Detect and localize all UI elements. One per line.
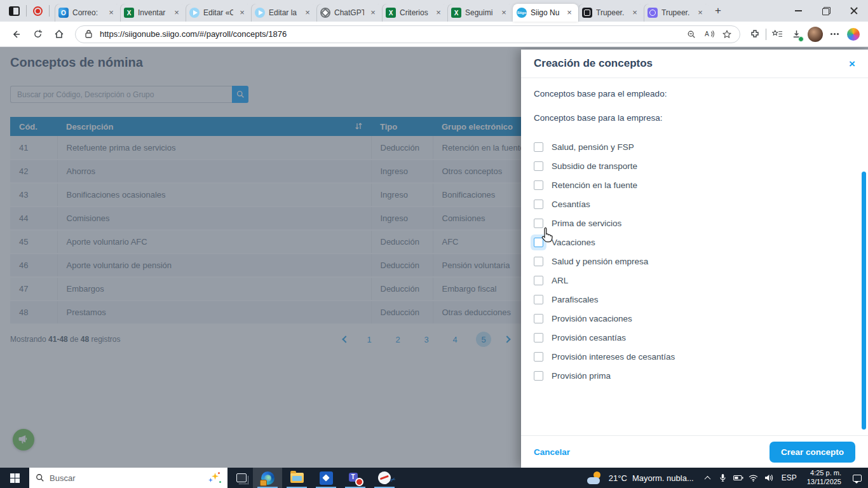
- downloads-icon[interactable]: [788, 26, 804, 43]
- tab-editar-2[interactable]: Editar la ×: [251, 4, 316, 22]
- search-icon: [36, 473, 44, 482]
- checkbox-item[interactable]: Parafiscales: [534, 290, 855, 309]
- tab-criterios[interactable]: Criterios ×: [382, 4, 447, 22]
- taskbar-app-azure[interactable]: [311, 468, 341, 488]
- taskbar-clock[interactable]: 4:25 p. m. 13/11/2025: [802, 469, 846, 487]
- close-tab-icon[interactable]: ×: [172, 8, 182, 18]
- panel-scrollbar-thumb[interactable]: [862, 172, 866, 430]
- microphone-icon[interactable]: [715, 468, 731, 488]
- checkbox-item[interactable]: ARL: [534, 271, 855, 290]
- checkbox[interactable]: [534, 257, 543, 266]
- taskbar-app-teams[interactable]: [341, 468, 370, 488]
- tab-label: Criterios: [400, 8, 430, 17]
- tab-label: ChatGPT: [334, 8, 364, 17]
- tab-label: Seguimi: [465, 8, 495, 17]
- checkbox[interactable]: [534, 142, 543, 152]
- checkbox[interactable]: [534, 314, 543, 323]
- page-content: Conceptos de nómina Cód. Descripción: [0, 47, 868, 468]
- profile-avatar[interactable]: [807, 26, 824, 43]
- checkbox-item[interactable]: Provisión intereses de cesantías: [534, 347, 855, 366]
- favorites-list-icon[interactable]: [769, 26, 785, 43]
- close-tab-icon[interactable]: ×: [695, 8, 705, 18]
- checkbox-item[interactable]: Provisión vacaciones: [534, 309, 855, 328]
- checkbox[interactable]: [534, 200, 543, 209]
- notification-center-button[interactable]: [846, 468, 868, 488]
- checkbox-item[interactable]: Cesantías: [534, 194, 855, 214]
- close-tab-icon[interactable]: ×: [302, 8, 313, 18]
- close-tab-icon[interactable]: ×: [237, 8, 247, 18]
- checkbox-item[interactable]: Subsidio de transporte: [534, 156, 855, 175]
- checkbox[interactable]: [534, 180, 543, 190]
- recording-indicator-icon[interactable]: [33, 6, 43, 16]
- read-aloud-icon[interactable]: A: [703, 28, 715, 41]
- checkbox-item[interactable]: Provisión prima: [534, 366, 855, 385]
- tab-siigo-active[interactable]: Siigo Nu ×: [513, 4, 578, 22]
- taskbar-app-explorer[interactable]: [282, 468, 311, 488]
- close-tab-icon[interactable]: ×: [499, 8, 509, 18]
- tab-chatgpt[interactable]: ChatGPT ×: [316, 4, 382, 22]
- address-bar[interactable]: https://siigonube.siigo.com/#/payroll/co…: [75, 25, 740, 43]
- checkbox-item-vacaciones-hovered[interactable]: Vacaciones: [534, 233, 855, 252]
- lock-icon[interactable]: [82, 28, 95, 41]
- keyboard-language[interactable]: ESP: [776, 473, 802, 482]
- copilot-icon[interactable]: [845, 26, 862, 43]
- close-tab-icon[interactable]: ×: [564, 8, 574, 18]
- tab-label: Editar la: [269, 8, 299, 17]
- clock-date: 13/11/2025: [807, 478, 841, 485]
- checkbox-item[interactable]: Retención en la fuente: [534, 175, 855, 194]
- zoom-icon[interactable]: [685, 28, 698, 41]
- checkbox[interactable]: [534, 333, 543, 342]
- taskbar-weather[interactable]: 21°C Mayorm. nubla...: [581, 468, 700, 488]
- checkbox-item[interactable]: Salud, pensión y FSP: [534, 137, 855, 156]
- start-button[interactable]: [0, 468, 29, 488]
- close-tab-icon[interactable]: ×: [106, 8, 116, 18]
- back-button[interactable]: [6, 25, 25, 44]
- favorite-star-icon[interactable]: [721, 28, 733, 41]
- taskbar-app-edge[interactable]: [253, 468, 282, 488]
- cancel-button[interactable]: Cancelar: [534, 447, 570, 457]
- tray-chevron-icon[interactable]: [700, 468, 715, 488]
- close-tab-icon[interactable]: ×: [433, 8, 444, 18]
- battery-icon[interactable]: [731, 468, 746, 488]
- tab-inventario[interactable]: Inventar ×: [120, 4, 186, 22]
- extensions-icon[interactable]: [747, 26, 763, 43]
- close-tab-icon[interactable]: ×: [368, 8, 378, 18]
- checkbox[interactable]: [534, 352, 543, 362]
- new-tab-button[interactable]: +: [709, 2, 727, 20]
- excel-icon: [386, 8, 396, 18]
- taskbar-search-box[interactable]: [29, 468, 227, 488]
- checkbox-hovered[interactable]: [534, 238, 543, 247]
- refresh-button[interactable]: [28, 25, 47, 44]
- checkbox-item[interactable]: Prima de servicios: [534, 214, 855, 233]
- copilot-sparkle-icon[interactable]: [208, 471, 221, 484]
- tab-seguimiento[interactable]: Seguimi ×: [447, 4, 513, 22]
- checkbox[interactable]: [534, 161, 543, 171]
- video-editor-icon: [189, 8, 200, 18]
- tab-correo[interactable]: Correo: ×: [55, 4, 120, 22]
- url-text[interactable]: https://siigonube.siigo.com/#/payroll/co…: [100, 29, 680, 39]
- home-button[interactable]: [50, 25, 69, 44]
- taskbar-app-snipping[interactable]: [370, 468, 399, 488]
- close-window-button[interactable]: [840, 0, 868, 22]
- notification-icon: [853, 475, 862, 482]
- checkbox-item[interactable]: Salud y pensión empresa: [534, 252, 855, 271]
- checkbox[interactable]: [534, 371, 543, 381]
- checkbox-item[interactable]: Provisión cesantías: [534, 328, 855, 347]
- checkbox[interactable]: [534, 219, 543, 228]
- wifi-icon[interactable]: [746, 468, 761, 488]
- tab-trupeer-2[interactable]: Trupeer. ×: [644, 4, 709, 22]
- checkbox[interactable]: [534, 295, 543, 304]
- volume-icon[interactable]: [761, 468, 776, 488]
- minimize-button[interactable]: [784, 0, 812, 22]
- tab-layout-icon[interactable]: [9, 6, 20, 16]
- close-tab-icon[interactable]: ×: [630, 8, 640, 18]
- task-view-button[interactable]: [230, 468, 253, 488]
- tab-trupeer-1[interactable]: Trupeer. ×: [578, 4, 644, 22]
- restore-button[interactable]: [812, 0, 840, 22]
- browser-menu-icon[interactable]: [826, 26, 843, 43]
- checkbox[interactable]: [534, 276, 543, 285]
- taskbar-search-input[interactable]: [50, 473, 203, 483]
- create-concept-button[interactable]: Crear concepto: [770, 442, 855, 463]
- close-panel-icon[interactable]: ×: [849, 58, 855, 69]
- tab-editar-1[interactable]: Editar «C ×: [186, 4, 251, 22]
